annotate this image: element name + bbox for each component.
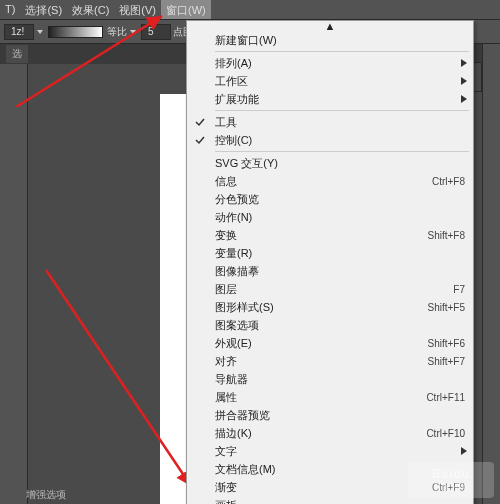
equal-label: 等比 (107, 25, 127, 39)
menu-item-label: 文字 (215, 444, 237, 459)
menu-select[interactable]: 选择(S) (20, 0, 67, 19)
menu-item[interactable]: 文字 (187, 442, 473, 460)
menu-item-label: 属性 (215, 390, 237, 405)
menu-item-label: 图层 (215, 282, 237, 297)
check-icon (195, 117, 205, 127)
menu-item[interactable]: 工作区 (187, 72, 473, 90)
menu-item-label: 描边(K) (215, 426, 252, 441)
menu-item[interactable]: SVG 交互(Y) (187, 154, 473, 172)
menu-separator (215, 151, 469, 152)
menu-item[interactable]: 变换Shift+F8 (187, 226, 473, 244)
menu-item[interactable]: 对齐Shift+F7 (187, 352, 473, 370)
equal-field[interactable]: 等比 (107, 25, 137, 39)
menu-separator (215, 51, 469, 52)
menu-item-label: 控制(C) (215, 133, 252, 148)
watermark-brand: Baidu (432, 467, 470, 481)
menu-shortcut: Ctrl+F11 (426, 392, 465, 403)
menu-item[interactable]: 描边(K)Ctrl+F10 (187, 424, 473, 442)
menu-item[interactable]: 新建窗口(W) (187, 31, 473, 49)
menu-item[interactable]: 图层F7 (187, 280, 473, 298)
menu-item[interactable]: 拼合器预览 (187, 406, 473, 424)
tool-panel[interactable] (0, 64, 28, 504)
menu-item[interactable]: 扩展功能 (187, 90, 473, 108)
menu-item-label: 渐变 (215, 480, 237, 495)
menu-item-label: 变量(R) (215, 246, 252, 261)
document-tab[interactable]: 选 (6, 45, 28, 63)
menu-item-label: 新建窗口(W) (215, 33, 277, 48)
submenu-arrow-icon (461, 93, 467, 105)
menu-item-label: 导航器 (215, 372, 248, 387)
menu-separator (215, 110, 469, 111)
menu-item[interactable]: 图形样式(S)Shift+F5 (187, 298, 473, 316)
menu-object[interactable]: T) (0, 0, 20, 19)
menu-item-label: 外观(E) (215, 336, 252, 351)
menu-shortcut: Shift+F6 (427, 338, 465, 349)
submenu-arrow-icon (461, 57, 467, 69)
menu-scroll-up[interactable]: ▲ (187, 21, 473, 31)
menu-item-label: 拼合器预览 (215, 408, 270, 423)
submenu-arrow-icon (461, 75, 467, 87)
menu-item-label: 排列(A) (215, 56, 252, 71)
menu-item-label: 信息 (215, 174, 237, 189)
submenu-arrow-icon (461, 445, 467, 457)
gradient-swatch (48, 26, 103, 38)
dropdown-icon[interactable] (36, 28, 44, 36)
menubar[interactable]: T) 选择(S) 效果(C) 视图(V) 窗口(W) (0, 0, 500, 20)
menu-item[interactable]: 图案选项 (187, 316, 473, 334)
ratio-field[interactable]: 1z! (4, 24, 44, 40)
menu-window[interactable]: 窗口(W) (161, 0, 211, 19)
menu-shortcut: Ctrl+F8 (432, 176, 465, 187)
dropdown-icon[interactable] (129, 28, 137, 36)
menu-shortcut: Shift+F8 (427, 230, 465, 241)
menu-item[interactable]: 动作(N) (187, 208, 473, 226)
menu-item-label: 文档信息(M) (215, 462, 276, 477)
menu-shortcut: F7 (453, 284, 465, 295)
menu-item-label: 对齐 (215, 354, 237, 369)
menu-item[interactable]: 外观(E)Shift+F6 (187, 334, 473, 352)
menu-item[interactable]: 工具 (187, 113, 473, 131)
menu-view[interactable]: 视图(V) (114, 0, 161, 19)
menu-item-label: 图形样式(S) (215, 300, 274, 315)
menu-shortcut: Shift+F7 (427, 356, 465, 367)
menu-item[interactable]: 导航器 (187, 370, 473, 388)
menu-item-label: SVG 交互(Y) (215, 156, 278, 171)
menu-item-label: 分色预览 (215, 192, 259, 207)
menu-item-label: 动作(N) (215, 210, 252, 225)
menu-shortcut: Ctrl+F10 (426, 428, 465, 439)
window-menu-dropdown: ▲ 新建窗口(W)排列(A)工作区扩展功能工具控制(C)SVG 交互(Y)信息C… (186, 20, 474, 504)
menu-effect[interactable]: 效果(C) (67, 0, 114, 19)
watermark: Baidu 百度经验 (408, 462, 494, 498)
check-icon (195, 135, 205, 145)
status-label: 增强选项 (20, 486, 72, 504)
menu-item-label: 图案选项 (215, 318, 259, 333)
menu-shortcut: Shift+F5 (427, 302, 465, 313)
right-rail[interactable] (482, 44, 500, 504)
watermark-sub: 百度经验 (433, 481, 469, 494)
menu-item-label: 扩展功能 (215, 92, 259, 107)
menu-item[interactable]: 控制(C) (187, 131, 473, 149)
menu-item[interactable]: 排列(A) (187, 54, 473, 72)
menu-item-label: 变换 (215, 228, 237, 243)
menu-item-label: 画板 (215, 498, 237, 505)
points-value: 5 (141, 24, 171, 40)
menu-item-label: 图像描摹 (215, 264, 259, 279)
menu-item-label: 工作区 (215, 74, 248, 89)
menu-item[interactable]: 分色预览 (187, 190, 473, 208)
menu-item-label: 工具 (215, 115, 237, 130)
menu-item[interactable]: 属性Ctrl+F11 (187, 388, 473, 406)
menu-item[interactable]: 信息Ctrl+F8 (187, 172, 473, 190)
menu-item[interactable]: 变量(R) (187, 244, 473, 262)
ratio-value: 1z! (4, 24, 34, 40)
menu-item[interactable]: 图像描摹 (187, 262, 473, 280)
gradient-field[interactable] (48, 26, 103, 38)
